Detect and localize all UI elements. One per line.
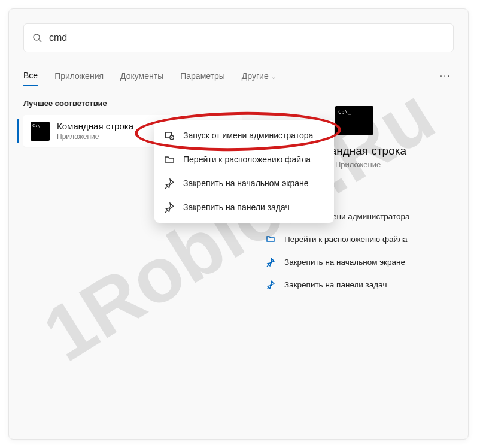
svg-point-0: [34, 34, 40, 40]
best-match-label: Лучшее соответствие: [23, 99, 251, 108]
tab-all[interactable]: Все: [23, 66, 38, 86]
chevron-down-icon: ⌄: [271, 74, 276, 80]
shield-icon: [164, 130, 175, 141]
pin-icon: [265, 256, 276, 267]
menu-pin-taskbar-label: Закрепить на панели задач: [183, 202, 290, 212]
tab-apps[interactable]: Приложения: [54, 66, 104, 86]
menu-open-location-label: Перейти к расположению файла: [183, 155, 311, 164]
overflow-button[interactable]: ···: [440, 71, 451, 81]
search-input[interactable]: [49, 32, 445, 43]
action-open-location[interactable]: Перейти к расположению файла: [253, 228, 463, 250]
menu-open-location[interactable]: Перейти к расположению файла: [154, 147, 334, 171]
detail-cmd-icon: [335, 106, 373, 135]
menu-pin-start-label: Закрепить на начальном экране: [183, 178, 309, 188]
pin-icon: [164, 202, 175, 213]
result-subtitle: Приложение: [57, 132, 133, 141]
tab-more-label: Другие: [242, 71, 269, 81]
action-pin-start-label: Закрепить на начальном экране: [284, 258, 405, 267]
menu-run-admin-label: Запуск от имени администратора: [183, 131, 313, 140]
pin-icon: [164, 178, 175, 189]
tab-settings[interactable]: Параметры: [180, 66, 225, 86]
filter-tabs: Все Приложения Документы Параметры Други…: [9, 64, 468, 88]
menu-run-admin[interactable]: Запуск от имени администратора: [154, 123, 334, 147]
svg-line-1: [39, 40, 41, 42]
pin-icon: [265, 279, 276, 290]
menu-pin-taskbar[interactable]: Закрепить на панели задач: [154, 195, 334, 219]
search-bar[interactable]: [23, 23, 454, 52]
cmd-icon: [31, 122, 50, 141]
search-icon: [32, 33, 42, 43]
action-pin-start[interactable]: Закрепить на начальном экране: [253, 250, 463, 273]
action-pin-taskbar-label: Закрепить на панели задач: [284, 280, 387, 289]
folder-icon: [265, 234, 276, 244]
folder-icon: [164, 154, 175, 165]
context-menu: Запуск от имени администратора Перейти к…: [154, 120, 334, 223]
tab-documents[interactable]: Документы: [120, 66, 163, 86]
action-pin-taskbar[interactable]: Закрепить на панели задач: [253, 273, 463, 296]
action-open-location-label: Перейти к расположению файла: [284, 235, 408, 244]
search-window: 1RobloX.Ru Все Приложения Документы Пара…: [8, 8, 469, 440]
tab-more[interactable]: Другие⌄: [242, 66, 276, 86]
menu-pin-start[interactable]: Закрепить на начальном экране: [154, 171, 334, 195]
result-title: Командная строка: [57, 121, 133, 131]
